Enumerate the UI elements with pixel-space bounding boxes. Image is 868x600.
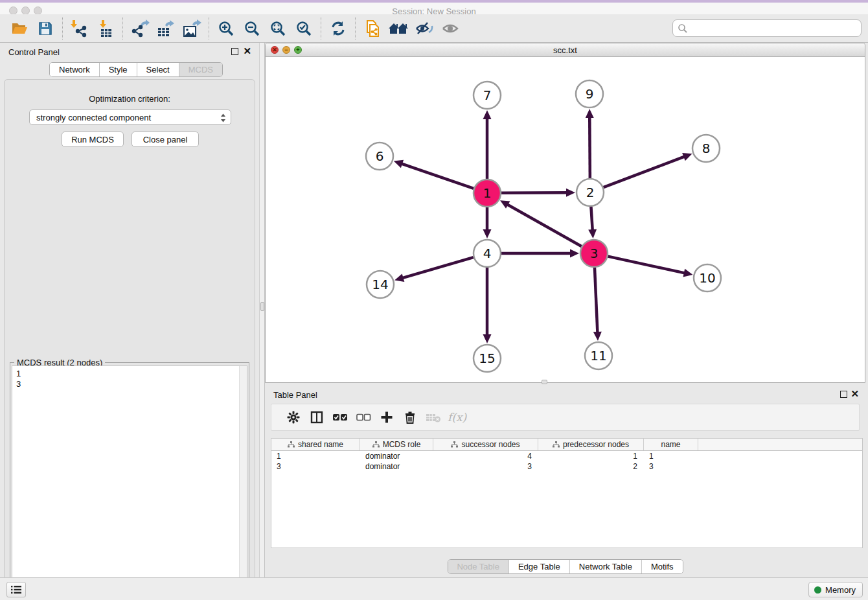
table-cell[interactable]: dominator bbox=[360, 451, 433, 461]
search-field[interactable] bbox=[672, 19, 862, 37]
table-body: 1dominator4113dominator323 bbox=[271, 451, 862, 472]
edge-3-11[interactable] bbox=[595, 268, 598, 336]
edge-3-10[interactable] bbox=[608, 257, 688, 274]
zoom-selected-icon[interactable] bbox=[291, 17, 317, 40]
dropdown-stepper-icon bbox=[220, 112, 227, 126]
control-panel-title: Control Panel bbox=[8, 47, 60, 57]
edge-1-6[interactable] bbox=[398, 163, 474, 189]
edge-2-8[interactable] bbox=[604, 156, 688, 188]
divider-grabber[interactable] bbox=[260, 302, 264, 311]
search-input[interactable] bbox=[688, 20, 861, 36]
table-cell[interactable]: 3 bbox=[271, 461, 360, 472]
edge-4-14[interactable] bbox=[399, 257, 474, 279]
zoom-fit-icon[interactable] bbox=[265, 17, 291, 40]
list-icon bbox=[10, 585, 22, 594]
network-canvas[interactable]: 7968124314101511 bbox=[266, 57, 865, 382]
tab-network-table[interactable]: Network Table bbox=[570, 560, 642, 573]
tab-mcds[interactable]: MCDS bbox=[179, 63, 222, 76]
table-row[interactable]: 1dominator411 bbox=[271, 451, 862, 461]
vertical-split-divider[interactable] bbox=[259, 43, 265, 577]
edge-3-1[interactable] bbox=[504, 203, 582, 246]
tab-select[interactable]: Select bbox=[137, 63, 179, 76]
export-image-icon[interactable] bbox=[179, 17, 205, 40]
close-panel-icon[interactable]: ✕ bbox=[851, 389, 859, 398]
column-header-successor-nodes[interactable]: successor nodes bbox=[433, 439, 538, 450]
column-label: MCDS role bbox=[383, 440, 421, 449]
tab-edge-table[interactable]: Edge Table bbox=[509, 560, 570, 573]
tab-motifs[interactable]: Motifs bbox=[642, 560, 683, 573]
import-network-icon[interactable] bbox=[67, 17, 93, 40]
run-mcds-button[interactable]: Run MCDS bbox=[62, 132, 124, 147]
arrowhead-icon bbox=[483, 229, 492, 238]
column-label: predecessor nodes bbox=[563, 440, 629, 449]
zoom-in-icon[interactable] bbox=[213, 17, 239, 40]
network-graph[interactable]: 7968124314101511 bbox=[266, 57, 865, 382]
memory-button[interactable]: Memory bbox=[808, 582, 863, 597]
import-table-icon[interactable] bbox=[93, 17, 119, 40]
refresh-icon[interactable] bbox=[325, 17, 351, 40]
node-label-11: 11 bbox=[590, 348, 606, 363]
task-history-button[interactable] bbox=[6, 582, 26, 597]
delete-column-trash-icon[interactable] bbox=[398, 408, 422, 427]
column-header-shared-name[interactable]: shared name bbox=[271, 439, 360, 450]
hide-selected-eye-slash-icon[interactable] bbox=[411, 17, 437, 40]
zoom-out-icon[interactable] bbox=[239, 17, 265, 40]
float-panel-icon[interactable] bbox=[840, 391, 847, 398]
table-row[interactable]: 3dominator323 bbox=[271, 461, 862, 472]
column-header-predecessor-nodes[interactable]: predecessor nodes bbox=[538, 439, 644, 450]
column-label: successor nodes bbox=[461, 440, 520, 449]
open-session-icon[interactable] bbox=[6, 17, 32, 40]
node-label-3: 3 bbox=[590, 246, 599, 261]
select-all-icon[interactable] bbox=[328, 408, 352, 427]
show-all-eye-icon[interactable] bbox=[437, 17, 463, 40]
table-panel: Table Panel ✕ bbox=[265, 386, 865, 577]
arrowhead-icon bbox=[394, 273, 404, 281]
table-panel-title: Table Panel bbox=[273, 390, 317, 400]
arrowhead-icon bbox=[483, 334, 492, 343]
network-window-title: scc.txt bbox=[266, 45, 865, 55]
tab-node-table[interactable]: Node Table bbox=[448, 560, 509, 573]
table-cell[interactable]: 3 bbox=[644, 461, 698, 472]
network-window-titlebar[interactable]: ✕ − + scc.txt bbox=[266, 43, 865, 57]
table-cell[interactable]: 2 bbox=[538, 461, 644, 472]
criterion-dropdown[interactable]: strongly connected component bbox=[29, 110, 231, 125]
table-cell[interactable]: 1 bbox=[644, 451, 698, 461]
clear-selection-icon[interactable] bbox=[352, 408, 375, 427]
arrowhead-icon bbox=[588, 229, 597, 238]
gear-icon[interactable] bbox=[282, 408, 305, 427]
table-cell[interactable]: 3 bbox=[433, 461, 538, 472]
node-table[interactable]: shared nameMCDS rolesuccessor nodesprede… bbox=[271, 438, 863, 548]
edge-2-9[interactable] bbox=[589, 113, 590, 178]
export-network-icon[interactable] bbox=[127, 17, 153, 40]
houses-icon[interactable] bbox=[385, 17, 411, 40]
node-label-2: 2 bbox=[586, 185, 595, 200]
table-toolbar: f(x) bbox=[271, 404, 860, 431]
toolbar-separator bbox=[355, 17, 356, 40]
node-label-9: 9 bbox=[586, 86, 594, 102]
edge-1-2[interactable] bbox=[501, 192, 571, 193]
table-cell[interactable]: 1 bbox=[538, 451, 644, 461]
table-cell[interactable]: 4 bbox=[433, 451, 538, 461]
export-table-icon[interactable] bbox=[153, 17, 179, 40]
close-panel-icon[interactable]: ✕ bbox=[243, 46, 251, 56]
result-scrollbar[interactable] bbox=[239, 366, 247, 600]
horizontal-split-grabber[interactable] bbox=[542, 380, 547, 384]
mcds-result-list[interactable]: 1 3 bbox=[12, 365, 247, 600]
column-view-icon[interactable] bbox=[305, 408, 328, 427]
column-header-MCDS-role[interactable]: MCDS role bbox=[360, 439, 433, 450]
mcds-result-group: MCDS result (2 nodes) 1 3 bbox=[10, 362, 249, 600]
save-session-icon[interactable] bbox=[32, 17, 58, 40]
tab-style[interactable]: Style bbox=[100, 63, 137, 76]
column-header-name[interactable]: name bbox=[644, 439, 698, 450]
control-panel-tabs: NetworkStyleSelectMCDS bbox=[49, 62, 223, 77]
add-column-icon[interactable] bbox=[375, 408, 398, 427]
network-view-window: ✕ − + scc.txt 7968124314101511 bbox=[265, 43, 865, 383]
float-panel-icon[interactable] bbox=[231, 48, 238, 55]
close-panel-button[interactable]: Close panel bbox=[131, 132, 199, 147]
duplicate-network-icon[interactable] bbox=[360, 17, 385, 40]
memory-status-dot bbox=[814, 586, 821, 594]
delete-table-icon bbox=[422, 408, 445, 427]
table-cell[interactable]: dominator bbox=[360, 461, 433, 472]
table-cell[interactable]: 1 bbox=[271, 451, 360, 461]
tab-network[interactable]: Network bbox=[50, 63, 100, 76]
